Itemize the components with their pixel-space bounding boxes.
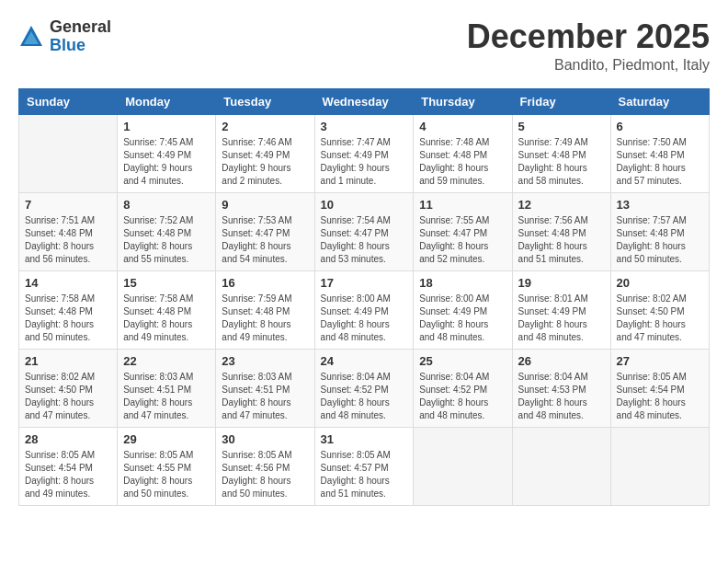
logo-general: General (50, 18, 111, 37)
day-number: 12 (518, 198, 605, 212)
day-info: Sunrise: 8:01 AM Sunset: 4:49 PM Dayligh… (518, 293, 605, 344)
month-title: December 2025 (467, 18, 710, 55)
calendar-cell: 22Sunrise: 8:03 AM Sunset: 4:51 PM Dayli… (118, 349, 216, 427)
day-number: 9 (222, 198, 308, 212)
day-info: Sunrise: 7:48 AM Sunset: 4:48 PM Dayligh… (419, 136, 506, 188)
day-number: 29 (123, 432, 210, 446)
calendar-cell: 28Sunrise: 8:05 AM Sunset: 4:54 PM Dayli… (19, 427, 118, 505)
day-info: Sunrise: 7:49 AM Sunset: 4:48 PM Dayligh… (518, 136, 605, 188)
weekday-header-thursday: Thursday (414, 88, 512, 114)
calendar-cell: 17Sunrise: 8:00 AM Sunset: 4:49 PM Dayli… (314, 270, 414, 349)
day-number: 18 (419, 276, 506, 290)
day-number: 6 (617, 120, 703, 133)
calendar-week-row: 28Sunrise: 8:05 AM Sunset: 4:54 PM Dayli… (19, 427, 710, 505)
day-info: Sunrise: 8:02 AM Sunset: 4:50 PM Dayligh… (617, 293, 703, 344)
day-number: 31 (321, 432, 408, 446)
day-number: 10 (321, 198, 408, 212)
calendar-cell: 3Sunrise: 7:47 AM Sunset: 4:49 PM Daylig… (314, 114, 414, 192)
day-number: 3 (321, 120, 408, 133)
day-info: Sunrise: 8:00 AM Sunset: 4:49 PM Dayligh… (419, 293, 506, 344)
weekday-header-friday: Friday (512, 88, 610, 114)
day-info: Sunrise: 8:05 AM Sunset: 4:57 PM Dayligh… (321, 449, 408, 500)
calendar-table: SundayMondayTuesdayWednesdayThursdayFrid… (18, 88, 710, 506)
day-number: 8 (123, 198, 210, 212)
day-number: 27 (617, 354, 703, 368)
day-number: 23 (222, 354, 308, 368)
calendar-cell: 12Sunrise: 7:56 AM Sunset: 4:48 PM Dayli… (512, 192, 610, 270)
calendar-cell: 10Sunrise: 7:54 AM Sunset: 4:47 PM Dayli… (314, 192, 414, 270)
page-header: General Blue December 2025 Bandito, Pied… (18, 18, 710, 74)
weekday-header-tuesday: Tuesday (216, 88, 314, 114)
calendar-cell: 20Sunrise: 8:02 AM Sunset: 4:50 PM Dayli… (610, 270, 709, 349)
title-section: December 2025 Bandito, Piedmont, Italy (467, 18, 710, 74)
calendar-cell: 13Sunrise: 7:57 AM Sunset: 4:48 PM Dayli… (610, 192, 709, 270)
calendar-cell (610, 427, 709, 505)
day-number: 30 (222, 432, 308, 446)
day-info: Sunrise: 7:51 AM Sunset: 4:48 PM Dayligh… (25, 214, 111, 266)
day-info: Sunrise: 7:56 AM Sunset: 4:48 PM Dayligh… (518, 214, 605, 266)
calendar-cell: 9Sunrise: 7:53 AM Sunset: 4:47 PM Daylig… (216, 192, 314, 270)
calendar-cell: 6Sunrise: 7:50 AM Sunset: 4:48 PM Daylig… (610, 114, 709, 192)
day-info: Sunrise: 7:58 AM Sunset: 4:48 PM Dayligh… (123, 293, 210, 344)
calendar-cell: 18Sunrise: 8:00 AM Sunset: 4:49 PM Dayli… (414, 270, 512, 349)
day-number: 28 (25, 432, 111, 446)
weekday-header-row: SundayMondayTuesdayWednesdayThursdayFrid… (19, 88, 710, 114)
calendar-cell: 1Sunrise: 7:45 AM Sunset: 4:49 PM Daylig… (118, 114, 216, 192)
day-number: 16 (222, 276, 308, 290)
calendar-week-row: 14Sunrise: 7:58 AM Sunset: 4:48 PM Dayli… (19, 270, 710, 349)
day-info: Sunrise: 7:59 AM Sunset: 4:48 PM Dayligh… (222, 293, 308, 344)
day-number: 21 (25, 354, 111, 368)
day-number: 25 (419, 354, 506, 368)
day-info: Sunrise: 8:02 AM Sunset: 4:50 PM Dayligh… (25, 371, 111, 422)
calendar-cell: 8Sunrise: 7:52 AM Sunset: 4:48 PM Daylig… (118, 192, 216, 270)
day-number: 5 (518, 120, 605, 133)
day-number: 22 (123, 354, 210, 368)
calendar-cell: 30Sunrise: 8:05 AM Sunset: 4:56 PM Dayli… (216, 427, 314, 505)
calendar-cell: 2Sunrise: 7:46 AM Sunset: 4:49 PM Daylig… (216, 114, 314, 192)
day-number: 19 (518, 276, 605, 290)
day-info: Sunrise: 7:45 AM Sunset: 4:49 PM Dayligh… (123, 136, 210, 188)
calendar-cell: 16Sunrise: 7:59 AM Sunset: 4:48 PM Dayli… (216, 270, 314, 349)
calendar-week-row: 7Sunrise: 7:51 AM Sunset: 4:48 PM Daylig… (19, 192, 710, 270)
day-number: 7 (25, 198, 111, 212)
day-number: 17 (321, 276, 408, 290)
calendar-cell: 31Sunrise: 8:05 AM Sunset: 4:57 PM Dayli… (314, 427, 414, 505)
day-info: Sunrise: 8:05 AM Sunset: 4:54 PM Dayligh… (25, 449, 111, 500)
day-info: Sunrise: 7:54 AM Sunset: 4:47 PM Dayligh… (321, 214, 408, 266)
logo-icon (18, 24, 44, 50)
day-info: Sunrise: 8:05 AM Sunset: 4:54 PM Dayligh… (617, 371, 703, 422)
day-info: Sunrise: 7:58 AM Sunset: 4:48 PM Dayligh… (25, 293, 111, 344)
day-number: 4 (419, 120, 506, 133)
day-info: Sunrise: 7:55 AM Sunset: 4:47 PM Dayligh… (419, 214, 506, 266)
day-number: 2 (222, 120, 308, 133)
location-title: Bandito, Piedmont, Italy (467, 57, 710, 74)
day-number: 1 (123, 120, 210, 133)
day-info: Sunrise: 8:03 AM Sunset: 4:51 PM Dayligh… (222, 371, 308, 422)
day-number: 11 (419, 198, 506, 212)
calendar-week-row: 21Sunrise: 8:02 AM Sunset: 4:50 PM Dayli… (19, 349, 710, 427)
calendar-cell: 4Sunrise: 7:48 AM Sunset: 4:48 PM Daylig… (414, 114, 512, 192)
day-info: Sunrise: 8:03 AM Sunset: 4:51 PM Dayligh… (123, 371, 210, 422)
day-info: Sunrise: 8:05 AM Sunset: 4:56 PM Dayligh… (222, 449, 308, 500)
day-info: Sunrise: 7:50 AM Sunset: 4:48 PM Dayligh… (617, 136, 703, 188)
logo: General Blue (18, 18, 111, 55)
weekday-header-sunday: Sunday (19, 88, 118, 114)
day-number: 20 (617, 276, 703, 290)
calendar-cell: 5Sunrise: 7:49 AM Sunset: 4:48 PM Daylig… (512, 114, 610, 192)
calendar-cell (19, 114, 118, 192)
day-number: 26 (518, 354, 605, 368)
calendar-cell (414, 427, 512, 505)
logo-blue: Blue (50, 37, 111, 55)
day-info: Sunrise: 7:57 AM Sunset: 4:48 PM Dayligh… (617, 214, 703, 266)
day-info: Sunrise: 8:05 AM Sunset: 4:55 PM Dayligh… (123, 449, 210, 500)
day-info: Sunrise: 7:47 AM Sunset: 4:49 PM Dayligh… (321, 136, 408, 188)
calendar-cell: 19Sunrise: 8:01 AM Sunset: 4:49 PM Dayli… (512, 270, 610, 349)
calendar-cell: 11Sunrise: 7:55 AM Sunset: 4:47 PM Dayli… (414, 192, 512, 270)
day-info: Sunrise: 8:04 AM Sunset: 4:52 PM Dayligh… (419, 371, 506, 422)
calendar-cell: 23Sunrise: 8:03 AM Sunset: 4:51 PM Dayli… (216, 349, 314, 427)
day-info: Sunrise: 8:04 AM Sunset: 4:53 PM Dayligh… (518, 371, 605, 422)
calendar-cell: 29Sunrise: 8:05 AM Sunset: 4:55 PM Dayli… (118, 427, 216, 505)
calendar-cell: 27Sunrise: 8:05 AM Sunset: 4:54 PM Dayli… (610, 349, 709, 427)
day-info: Sunrise: 8:04 AM Sunset: 4:52 PM Dayligh… (321, 371, 408, 422)
day-info: Sunrise: 7:53 AM Sunset: 4:47 PM Dayligh… (222, 214, 308, 266)
